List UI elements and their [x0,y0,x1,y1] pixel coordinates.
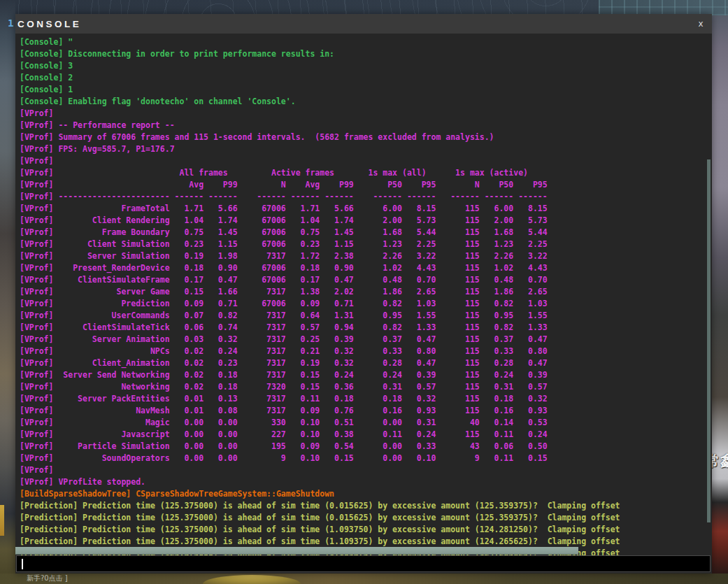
log-line: [VProf] Server Game 0.15 1.66 7317 1.38 … [20,286,712,298]
console-input[interactable] [16,555,711,572]
log-line: [VProf] Frame Boundary 0.75 1.45 67006 0… [20,227,712,238]
log-line: [Prediction] Prediction time (125.375000… [20,536,712,548]
console-title-bar: 1 CONSOLE x [15,14,712,34]
log-line: [VProf] ----------------------- ------ -… [20,191,712,203]
log-line: [VProf] VProfLite stopped. [20,476,712,488]
log-line: [Console] 2 [20,72,712,84]
background-left-strip [0,0,15,584]
log-line: [Console] Enabling flag 'donotecho' on c… [20,96,712,108]
background-bottom-caption: 新手?0点击 ] [27,574,68,583]
log-line: [VProf] Magic 0.00 0.00 330 0.10 0.51 0.… [20,417,712,429]
log-line: [VProf] [20,464,712,476]
log-line: [VProf] NPCs 0.02 0.24 7317 0.21 0.32 0.… [20,346,712,357]
log-line: [VProf] Server Animation 0.03 0.32 7317 … [20,334,712,346]
log-line: [Prediction] Prediction time (125.375000… [20,524,712,536]
log-line: [VProf] Server Send Networking 0.02 0.18… [20,369,712,381]
log-line: [VProf] SoundOperators 0.00 0.00 9 0.10 … [20,453,712,464]
log-line: [VProf] Networking 0.02 0.18 7320 0.15 0… [20,381,712,393]
log-line: [VProf] Present_RenderDevice 0.18 0.90 6… [20,262,712,274]
log-line: [VProf] [20,155,712,167]
log-line: [VProf] Prediction 0.09 0.71 67006 0.09 … [20,298,712,310]
vertical-scrollbar-thumb[interactable] [707,159,711,522]
log-line: [Console] 3 [20,60,712,72]
log-line: [VProf] -- Performance report -- [20,120,712,131]
log-line: [VProf] Client Simulation 0.23 1.15 6700… [20,238,712,250]
log-line: [BuildSparseShadowTree] CSparseShadowTre… [20,488,712,500]
log-line: [VProf] UserCommands 0.07 0.82 7317 0.64… [20,310,712,322]
horizontal-scrollbar-thumb[interactable] [15,547,578,555]
log-line: [VProf] ClientSimulateTick 0.06 0.74 731… [20,322,712,334]
background-minimap-grid [599,0,728,15]
log-line: [VProf] FrameTotal 1.71 5.66 67006 1.71 … [20,203,712,215]
log-line: [VProf] Particle Simulation 0.00 0.00 19… [20,441,712,453]
background-left-accent [0,505,4,536]
console-window: 1 CONSOLE x [Console] "[Console] Disconn… [15,14,712,574]
log-line: [VProf] Client Rendering 1.04 1.74 67006… [20,215,712,227]
log-line: [VProf] Summary of 67006 frames and 115 … [20,131,712,143]
log-line: [Console] Disconnecting in order to prin… [20,48,712,60]
log-line: [VProf] ClientSimulateFrame 0.17 0.47 67… [20,274,712,286]
log-line: [VProf] NavMesh 0.01 0.08 7317 0.09 0.76… [20,405,712,417]
log-line: [Console] 1 [20,84,712,96]
log-line: [VProf] [20,108,712,120]
log-line: [VProf] Server PackEntities 0.01 0.13 73… [20,393,712,405]
log-line: [Prediction] Prediction time (125.375000… [20,512,712,524]
console-log[interactable]: [Console] "[Console] Disconnecting in or… [15,34,712,555]
close-icon[interactable]: x [695,18,706,29]
console-title: CONSOLE [17,19,81,29]
log-line: [Console] " [20,36,712,48]
log-line: [VProf] Client_Animation 0.02 0.23 7317 … [20,357,712,369]
text-cursor [22,559,23,569]
log-line: [VProf] FPS: Avg=585.7, P1=176.7 [20,143,712,155]
log-line: [VProf] Javascript 0.00 0.00 227 0.10 0.… [20,429,712,441]
console-tab-number[interactable]: 1 [8,17,13,29]
log-line: [Prediction] Prediction time (125.375000… [20,500,712,512]
background-bottom-strip [0,574,728,584]
log-line: [VProf] All frames Active frames 1s max … [20,167,712,179]
background-right-strip [712,0,728,584]
log-line: [VProf] Server Simulation 0.19 1.98 7317… [20,250,712,262]
log-line: [VProf] Avg P99 N Avg P99 P50 P95 N P50 … [20,179,712,191]
